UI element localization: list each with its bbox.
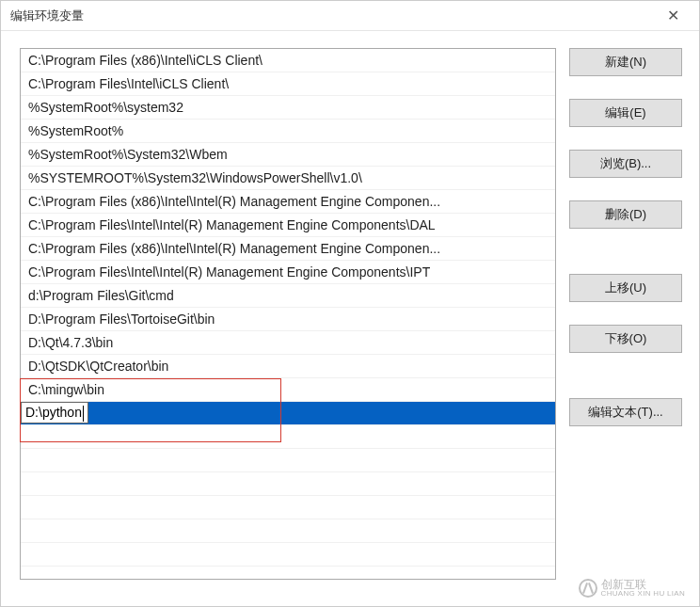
list-item[interactable]: C:\Program Files\Intel\Intel(R) Manageme… xyxy=(21,214,555,237)
button-column: 新建(N) 编辑(E) 浏览(B)... 删除(D) 上移(U) 下移(O) 编… xyxy=(569,48,682,589)
close-button[interactable]: ✕ xyxy=(654,3,692,29)
list-item-empty[interactable]: . xyxy=(21,543,555,567)
move-up-button[interactable]: 上移(U) xyxy=(569,274,682,302)
list-item[interactable]: %SystemRoot% xyxy=(21,120,555,143)
edit-text-button[interactable]: 编辑文本(T)... xyxy=(569,398,682,426)
list-item-editing[interactable]: D:\python xyxy=(21,402,555,425)
list-item-empty[interactable]: . xyxy=(21,496,555,519)
close-icon: ✕ xyxy=(667,7,679,24)
edit-button[interactable]: 编辑(E) xyxy=(569,99,682,127)
list-item-empty[interactable]: . xyxy=(21,472,555,496)
list-item[interactable]: C:\Program Files\Intel\iCLS Client\ xyxy=(21,72,555,96)
delete-button[interactable]: 删除(D) xyxy=(569,200,682,229)
content-area: C:\Program Files (x86)\Intel\iCLS Client… xyxy=(1,31,699,606)
move-down-button[interactable]: 下移(O) xyxy=(569,325,682,353)
list-item-empty[interactable]: . xyxy=(21,425,555,449)
text-caret xyxy=(83,406,84,422)
titlebar: 编辑环境变量 ✕ xyxy=(1,1,699,31)
list-item-empty[interactable]: . xyxy=(21,449,555,472)
list-item[interactable]: D:\Program Files\TortoiseGit\bin xyxy=(21,308,555,331)
list-item[interactable]: %SYSTEMROOT%\System32\WindowsPowerShell\… xyxy=(21,167,555,190)
new-button[interactable]: 新建(N) xyxy=(569,48,682,76)
list-item[interactable]: C:\Program Files (x86)\Intel\iCLS Client… xyxy=(21,49,555,72)
list-item[interactable]: C:\mingw\bin xyxy=(21,378,555,402)
list-item[interactable]: d:\Program Files\Git\cmd xyxy=(21,284,555,308)
list-item[interactable]: %SystemRoot%\system32 xyxy=(21,96,555,120)
env-var-dialog: 编辑环境变量 ✕ C:\Program Files (x86)\Intel\iC… xyxy=(0,0,700,607)
list-item[interactable]: C:\Program Files\Intel\Intel(R) Manageme… xyxy=(21,261,555,284)
browse-button[interactable]: 浏览(B)... xyxy=(569,150,682,178)
list-item[interactable]: %SystemRoot%\System32\Wbem xyxy=(21,143,555,167)
dialog-title: 编辑环境变量 xyxy=(10,8,84,24)
list-item[interactable]: D:\Qt\4.7.3\bin xyxy=(21,331,555,355)
list-wrap: C:\Program Files (x86)\Intel\iCLS Client… xyxy=(20,48,556,589)
path-edit-input[interactable]: D:\python xyxy=(21,402,88,423)
list-item[interactable]: C:\Program Files (x86)\Intel\Intel(R) Ma… xyxy=(21,237,555,261)
list-item[interactable]: C:\Program Files (x86)\Intel\Intel(R) Ma… xyxy=(21,190,555,214)
list-item[interactable]: D:\QtSDK\QtCreator\bin xyxy=(21,355,555,378)
list-item-empty[interactable]: . xyxy=(21,519,555,543)
path-listbox[interactable]: C:\Program Files (x86)\Intel\iCLS Client… xyxy=(20,48,556,580)
